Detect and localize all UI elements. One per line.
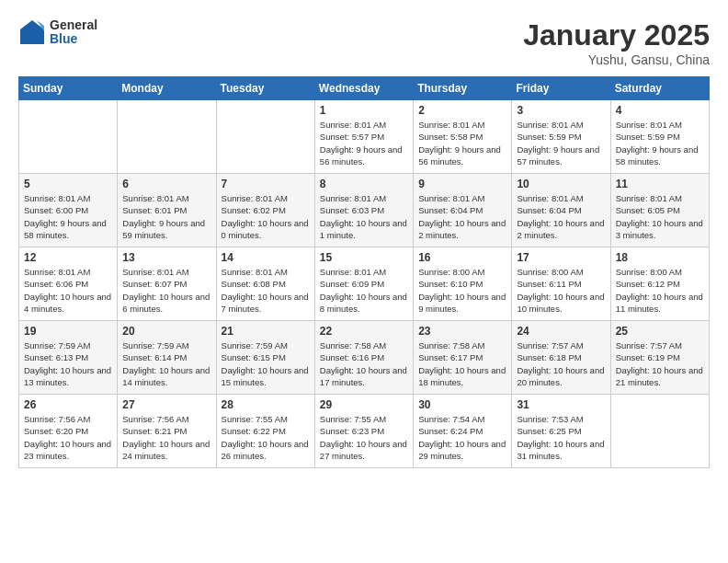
day-info: Sunrise: 8:01 AM Sunset: 6:05 PM Dayligh… bbox=[616, 192, 704, 241]
weekday-header-saturday: Saturday bbox=[610, 77, 709, 100]
weekday-header-sunday: Sunday bbox=[19, 77, 118, 100]
day-number: 18 bbox=[616, 251, 704, 264]
calendar-cell: 13Sunrise: 8:01 AM Sunset: 6:07 PM Dayli… bbox=[118, 247, 216, 321]
day-number: 30 bbox=[418, 398, 506, 411]
day-info: Sunrise: 7:56 AM Sunset: 6:21 PM Dayligh… bbox=[122, 413, 210, 462]
day-number: 4 bbox=[616, 104, 704, 117]
calendar-cell: 26Sunrise: 7:56 AM Sunset: 6:20 PM Dayli… bbox=[19, 395, 118, 468]
day-number: 22 bbox=[320, 325, 408, 338]
month-title: January 2025 bbox=[523, 18, 710, 52]
day-number: 23 bbox=[418, 325, 506, 338]
day-number: 10 bbox=[517, 178, 605, 190]
calendar-week-row: 5Sunrise: 8:01 AM Sunset: 6:00 PM Daylig… bbox=[19, 174, 710, 247]
day-number: 7 bbox=[222, 178, 310, 190]
calendar-cell: 3Sunrise: 8:01 AM Sunset: 5:59 PM Daylig… bbox=[512, 100, 610, 174]
calendar-cell: 25Sunrise: 7:57 AM Sunset: 6:19 PM Dayli… bbox=[610, 321, 709, 395]
calendar-cell: 9Sunrise: 8:01 AM Sunset: 6:04 PM Daylig… bbox=[414, 174, 512, 247]
calendar-week-row: 19Sunrise: 7:59 AM Sunset: 6:13 PM Dayli… bbox=[19, 321, 710, 395]
calendar-cell: 27Sunrise: 7:56 AM Sunset: 6:21 PM Dayli… bbox=[118, 395, 216, 468]
day-number: 12 bbox=[24, 251, 112, 264]
day-number: 2 bbox=[418, 104, 506, 117]
weekday-header-friday: Friday bbox=[512, 77, 610, 100]
day-info: Sunrise: 8:01 AM Sunset: 6:04 PM Dayligh… bbox=[418, 192, 506, 241]
day-info: Sunrise: 8:01 AM Sunset: 5:58 PM Dayligh… bbox=[418, 119, 506, 167]
day-number: 3 bbox=[517, 104, 605, 117]
calendar-cell: 4Sunrise: 8:01 AM Sunset: 5:59 PM Daylig… bbox=[610, 100, 709, 174]
calendar-week-row: 26Sunrise: 7:56 AM Sunset: 6:20 PM Dayli… bbox=[19, 395, 710, 468]
day-info: Sunrise: 8:00 AM Sunset: 6:12 PM Dayligh… bbox=[616, 266, 704, 315]
calendar-cell: 16Sunrise: 8:00 AM Sunset: 6:10 PM Dayli… bbox=[414, 247, 512, 321]
day-number: 27 bbox=[122, 398, 210, 411]
calendar-table: SundayMondayTuesdayWednesdayThursdayFrid… bbox=[18, 76, 710, 468]
day-number: 9 bbox=[418, 178, 506, 190]
calendar-cell: 23Sunrise: 7:58 AM Sunset: 6:17 PM Dayli… bbox=[414, 321, 512, 395]
calendar-cell: 28Sunrise: 7:55 AM Sunset: 6:22 PM Dayli… bbox=[216, 395, 314, 468]
day-info: Sunrise: 8:01 AM Sunset: 6:03 PM Dayligh… bbox=[320, 192, 408, 241]
day-info: Sunrise: 7:58 AM Sunset: 6:16 PM Dayligh… bbox=[320, 339, 408, 388]
day-number: 16 bbox=[418, 251, 506, 264]
day-number: 26 bbox=[24, 398, 112, 411]
day-info: Sunrise: 8:01 AM Sunset: 6:06 PM Dayligh… bbox=[24, 266, 112, 315]
day-info: Sunrise: 8:01 AM Sunset: 6:02 PM Dayligh… bbox=[222, 192, 310, 241]
day-info: Sunrise: 7:59 AM Sunset: 6:15 PM Dayligh… bbox=[222, 339, 310, 388]
title-block: January 2025 Yushu, Gansu, China bbox=[523, 18, 710, 67]
calendar-cell: 7Sunrise: 8:01 AM Sunset: 6:02 PM Daylig… bbox=[216, 174, 314, 247]
day-info: Sunrise: 8:01 AM Sunset: 6:09 PM Dayligh… bbox=[320, 266, 408, 315]
weekday-header-monday: Monday bbox=[118, 77, 216, 100]
day-info: Sunrise: 7:55 AM Sunset: 6:22 PM Dayligh… bbox=[222, 413, 310, 462]
day-info: Sunrise: 8:01 AM Sunset: 6:00 PM Dayligh… bbox=[24, 192, 112, 241]
weekday-header-wednesday: Wednesday bbox=[314, 77, 413, 100]
day-number: 19 bbox=[24, 325, 112, 338]
day-info: Sunrise: 7:55 AM Sunset: 6:23 PM Dayligh… bbox=[320, 413, 408, 462]
day-number: 5 bbox=[24, 178, 112, 190]
day-number: 21 bbox=[222, 325, 310, 338]
day-info: Sunrise: 8:01 AM Sunset: 5:59 PM Dayligh… bbox=[616, 119, 704, 167]
day-number: 28 bbox=[222, 398, 310, 411]
day-number: 6 bbox=[122, 178, 210, 190]
calendar-cell: 6Sunrise: 8:01 AM Sunset: 6:01 PM Daylig… bbox=[118, 174, 216, 247]
day-info: Sunrise: 7:53 AM Sunset: 6:25 PM Dayligh… bbox=[517, 413, 605, 462]
calendar-cell: 18Sunrise: 8:00 AM Sunset: 6:12 PM Dayli… bbox=[610, 247, 709, 321]
day-number: 31 bbox=[517, 398, 605, 411]
calendar-cell: 8Sunrise: 8:01 AM Sunset: 6:03 PM Daylig… bbox=[314, 174, 413, 247]
day-info: Sunrise: 8:01 AM Sunset: 6:04 PM Dayligh… bbox=[517, 192, 605, 241]
day-info: Sunrise: 8:01 AM Sunset: 6:07 PM Dayligh… bbox=[122, 266, 210, 315]
weekday-header-thursday: Thursday bbox=[414, 77, 512, 100]
logo-general: General bbox=[50, 18, 97, 32]
calendar-cell: 24Sunrise: 7:57 AM Sunset: 6:18 PM Dayli… bbox=[512, 321, 610, 395]
day-info: Sunrise: 8:01 AM Sunset: 6:08 PM Dayligh… bbox=[222, 266, 310, 315]
calendar-cell bbox=[19, 100, 118, 174]
calendar-cell: 20Sunrise: 7:59 AM Sunset: 6:14 PM Dayli… bbox=[118, 321, 216, 395]
calendar-cell: 10Sunrise: 8:01 AM Sunset: 6:04 PM Dayli… bbox=[512, 174, 610, 247]
day-number: 8 bbox=[320, 178, 408, 190]
calendar-week-row: 1Sunrise: 8:01 AM Sunset: 5:57 PM Daylig… bbox=[19, 100, 710, 174]
logo-icon bbox=[18, 18, 46, 46]
day-number: 20 bbox=[122, 325, 210, 338]
day-info: Sunrise: 8:01 AM Sunset: 6:01 PM Dayligh… bbox=[122, 192, 210, 241]
calendar-cell: 5Sunrise: 8:01 AM Sunset: 6:00 PM Daylig… bbox=[19, 174, 118, 247]
calendar-cell bbox=[216, 100, 314, 174]
calendar-cell: 15Sunrise: 8:01 AM Sunset: 6:09 PM Dayli… bbox=[314, 247, 413, 321]
day-info: Sunrise: 7:57 AM Sunset: 6:19 PM Dayligh… bbox=[616, 339, 704, 388]
calendar-cell: 19Sunrise: 7:59 AM Sunset: 6:13 PM Dayli… bbox=[19, 321, 118, 395]
day-number: 13 bbox=[122, 251, 210, 264]
calendar-cell: 21Sunrise: 7:59 AM Sunset: 6:15 PM Dayli… bbox=[216, 321, 314, 395]
weekday-header-row: SundayMondayTuesdayWednesdayThursdayFrid… bbox=[19, 77, 710, 100]
calendar-cell: 30Sunrise: 7:54 AM Sunset: 6:24 PM Dayli… bbox=[414, 395, 512, 468]
day-number: 29 bbox=[320, 398, 408, 411]
day-number: 14 bbox=[222, 251, 310, 264]
calendar-cell: 22Sunrise: 7:58 AM Sunset: 6:16 PM Dayli… bbox=[314, 321, 413, 395]
day-number: 24 bbox=[517, 325, 605, 338]
day-number: 15 bbox=[320, 251, 408, 264]
location: Yushu, Gansu, China bbox=[523, 52, 710, 67]
weekday-header-tuesday: Tuesday bbox=[216, 77, 314, 100]
calendar-week-row: 12Sunrise: 8:01 AM Sunset: 6:06 PM Dayli… bbox=[19, 247, 710, 321]
calendar-cell: 2Sunrise: 8:01 AM Sunset: 5:58 PM Daylig… bbox=[414, 100, 512, 174]
calendar-cell: 31Sunrise: 7:53 AM Sunset: 6:25 PM Dayli… bbox=[512, 395, 610, 468]
calendar-cell: 14Sunrise: 8:01 AM Sunset: 6:08 PM Dayli… bbox=[216, 247, 314, 321]
day-info: Sunrise: 8:01 AM Sunset: 5:59 PM Dayligh… bbox=[517, 119, 605, 167]
day-info: Sunrise: 8:00 AM Sunset: 6:10 PM Dayligh… bbox=[418, 266, 506, 315]
calendar-cell: 29Sunrise: 7:55 AM Sunset: 6:23 PM Dayli… bbox=[314, 395, 413, 468]
day-info: Sunrise: 7:59 AM Sunset: 6:13 PM Dayligh… bbox=[24, 339, 112, 388]
day-number: 25 bbox=[616, 325, 704, 338]
